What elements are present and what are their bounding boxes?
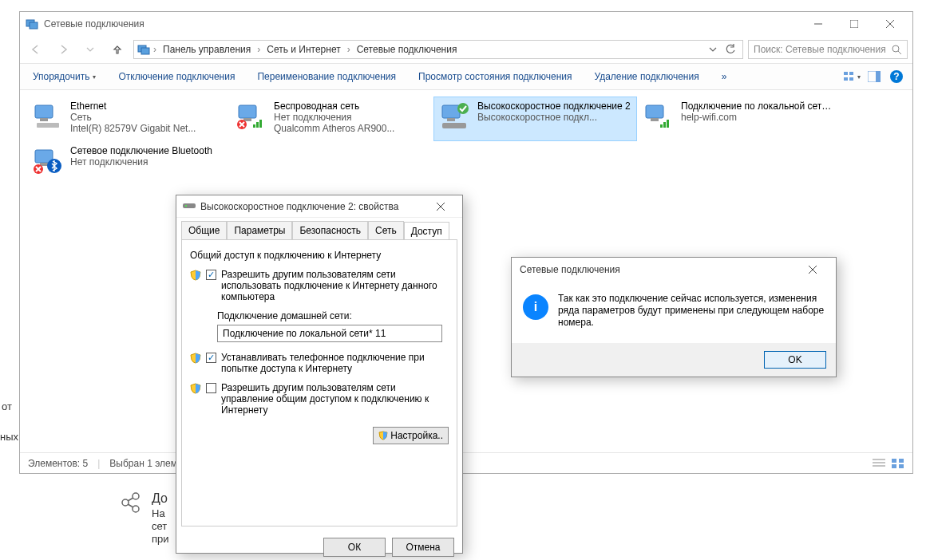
delete-connection-button[interactable]: Удаление подключения: [588, 68, 706, 85]
svg-rect-40: [667, 120, 669, 128]
item-count: Элементов: 5: [28, 458, 88, 469]
back-button[interactable]: [25, 39, 47, 60]
info-icon: i: [523, 294, 548, 320]
organize-menu[interactable]: Упорядочить▾: [26, 68, 102, 85]
tab-strip: ОбщиеПараметрыБезопасностьСетьДоступ: [176, 218, 462, 239]
svg-rect-51: [899, 464, 904, 468]
svg-rect-16: [849, 72, 853, 75]
connection-status: Высокоскоростное подкл...: [477, 112, 631, 123]
msgbox-titlebar[interactable]: Сетевые подключения: [512, 258, 836, 282]
breadcrumb-item[interactable]: Панель управления: [160, 42, 254, 57]
connection-name: Ethernet: [70, 101, 224, 112]
settings-button[interactable]: Настройка..: [373, 427, 449, 444]
bg-text: при: [152, 533, 169, 545]
cancel-button[interactable]: Отмена: [392, 538, 454, 557]
option-allow-control[interactable]: Разрешить другим пользователям сети упра…: [190, 382, 449, 416]
ok-button[interactable]: ОК: [323, 538, 386, 557]
svg-rect-28: [253, 124, 255, 128]
breadcrumb-item[interactable]: Сетевые подключения: [354, 42, 461, 57]
breadcrumb[interactable]: › Панель управления › Сеть и Интернет › …: [133, 40, 743, 59]
svg-rect-37: [651, 118, 659, 121]
disable-connection-button[interactable]: Отключение подключения: [112, 68, 241, 85]
shield-icon: [190, 353, 201, 364]
help-button[interactable]: ?: [887, 67, 906, 86]
refresh-button[interactable]: [722, 41, 739, 58]
search-input[interactable]: Поиск: Сетевые подключения: [748, 40, 908, 59]
more-actions-button[interactable]: »: [715, 68, 734, 85]
connection-item[interactable]: Сетевое подключение BluetoothНет подключ…: [26, 141, 230, 186]
group-label: Общий доступ к подключению к Интернету: [190, 250, 449, 261]
connection-item[interactable]: EthernetСетьIntel(R) 82579V Gigabit Net.…: [26, 97, 230, 141]
toolbar: Упорядочить▾ Отключение подключения Пере…: [20, 63, 912, 90]
option-allow-sharing[interactable]: Разрешить другим пользователям сети испо…: [190, 269, 449, 302]
connection-status: Нет подключения: [70, 156, 224, 168]
checkbox[interactable]: [206, 353, 216, 363]
close-button[interactable]: [872, 13, 908, 35]
forward-button[interactable]: [52, 39, 74, 60]
checkbox[interactable]: [206, 270, 216, 280]
checkbox[interactable]: [206, 383, 216, 393]
tab-Безопасность[interactable]: Безопасность: [292, 221, 368, 239]
message-box: Сетевые подключения i Так как это подклю…: [511, 257, 837, 377]
share-icon: [120, 491, 142, 514]
breadcrumb-item[interactable]: Сеть и Интернет: [263, 42, 343, 57]
search-icon: [892, 45, 902, 55]
address-dropdown[interactable]: [704, 41, 722, 58]
svg-point-2: [133, 506, 139, 512]
msgbox-close-button[interactable]: [797, 259, 828, 280]
titlebar[interactable]: Сетевые подключения: [20, 12, 912, 36]
minimize-button[interactable]: [800, 13, 836, 35]
connection-item[interactable]: Высокоскоростное подключение 2Высокоскор…: [433, 97, 637, 141]
connection-item[interactable]: Беспроводная сетьНет подключенияQualcomm…: [230, 97, 433, 141]
details-view-icon[interactable]: [873, 458, 885, 469]
connection-icon: [439, 101, 471, 132]
tab-Сеть[interactable]: Сеть: [368, 221, 404, 239]
svg-rect-33: [447, 118, 455, 121]
selection-count: Выбран 1 элем: [109, 458, 177, 469]
chevron-right-icon: ›: [153, 44, 156, 55]
connection-device: Intel(R) 82579V Gigabit Net...: [70, 123, 224, 134]
svg-line-4: [128, 504, 133, 507]
svg-point-0: [122, 499, 129, 506]
up-button[interactable]: [106, 39, 129, 60]
connection-device: Qualcomm Atheros AR900...: [274, 123, 428, 134]
msgbox-text: Так как это подключение сейчас используе…: [558, 293, 825, 329]
connection-icon: [32, 101, 64, 132]
window-title: Сетевые подключения: [44, 18, 800, 30]
svg-line-3: [128, 498, 133, 501]
svg-rect-25: [37, 123, 59, 128]
dialog-titlebar[interactable]: Высокоскоростное подключение 2: свойства: [176, 195, 462, 218]
chevron-down-icon: ▾: [93, 73, 96, 81]
svg-rect-6: [30, 22, 38, 29]
tab-Общие[interactable]: Общие: [181, 221, 227, 239]
explorer-window: Сетевые подключения › Панель управления …: [19, 11, 913, 474]
svg-rect-26: [239, 105, 256, 118]
connection-status: Нет подключения: [274, 112, 428, 123]
svg-point-35: [457, 103, 469, 114]
tiles-view-icon[interactable]: [892, 458, 904, 469]
svg-rect-12: [141, 48, 149, 54]
svg-rect-8: [850, 20, 858, 28]
tab-Доступ[interactable]: Доступ: [404, 222, 449, 240]
svg-rect-24: [40, 118, 48, 121]
tab-Параметры[interactable]: Параметры: [227, 221, 292, 239]
view-options-button[interactable]: ▾: [842, 67, 861, 86]
connection-item[interactable]: Подключение по локальной сети* 11help-wi…: [637, 97, 841, 141]
svg-rect-23: [35, 105, 53, 118]
rename-connection-button[interactable]: Переименование подключения: [251, 68, 402, 85]
dialog-close-button[interactable]: [425, 196, 456, 217]
msgbox-ok-button[interactable]: OK: [764, 351, 826, 369]
option-auto-dial[interactable]: Устанавливать телефонное подключение при…: [190, 352, 449, 374]
connection-name: Высокоскоростное подключение 2: [477, 101, 631, 112]
recent-button[interactable]: [79, 39, 101, 60]
home-network-select[interactable]: Подключение по локальной сети* 11: [217, 325, 442, 342]
svg-rect-50: [892, 464, 896, 468]
preview-pane-button[interactable]: [865, 67, 884, 86]
connection-status-button[interactable]: Просмотр состояния подключения: [412, 68, 578, 85]
connection-name: Беспроводная сеть: [274, 101, 428, 112]
svg-rect-38: [660, 124, 663, 128]
status-bar: Элементов: 5 | Выбран 1 элем: [20, 452, 912, 473]
maximize-button[interactable]: [836, 13, 872, 35]
search-placeholder: Поиск: Сетевые подключения: [754, 44, 886, 55]
connection-status: help-wifi.com: [681, 112, 835, 123]
